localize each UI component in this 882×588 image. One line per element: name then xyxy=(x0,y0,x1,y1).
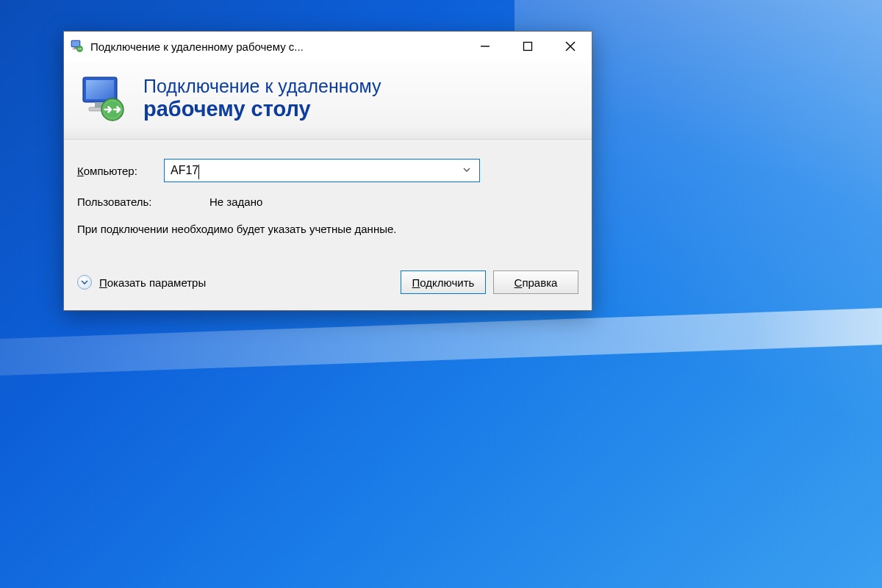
user-value: Не задано xyxy=(209,196,262,208)
computer-label: Компьютер: xyxy=(77,165,164,177)
window-title: Подключение к удаленному рабочему с... xyxy=(90,40,304,53)
minimize-button[interactable] xyxy=(464,32,506,61)
info-text: При подключении необходимо будет указать… xyxy=(77,221,578,237)
svg-rect-1 xyxy=(72,41,79,46)
chevron-down-icon[interactable] xyxy=(460,164,473,177)
banner-line2: рабочему столу xyxy=(143,97,381,121)
svg-point-4 xyxy=(77,46,83,52)
rdp-banner-icon xyxy=(79,73,130,124)
titlebar[interactable]: Подключение к удаленному рабочему с... xyxy=(64,32,592,61)
close-button[interactable] xyxy=(549,32,592,61)
rdp-app-icon xyxy=(70,39,85,54)
svg-rect-6 xyxy=(524,43,532,51)
expand-options-icon[interactable] xyxy=(77,275,92,290)
user-label: Пользователь: xyxy=(77,196,164,208)
computer-combobox[interactable]: AF17 xyxy=(164,159,480,182)
rdp-dialog: Подключение к удаленному рабочему с... xyxy=(63,31,592,311)
help-button[interactable]: Справка xyxy=(493,270,578,294)
dialog-content: Компьютер: AF17 Пользователь: Не задано … xyxy=(64,140,592,260)
dialog-footer: Показать параметры Подключить Справка xyxy=(64,260,592,310)
banner: Подключение к удаленному рабочему столу xyxy=(64,61,592,140)
svg-rect-10 xyxy=(86,80,114,99)
computer-value: AF17 xyxy=(171,164,460,177)
banner-text: Подключение к удаленному рабочему столу xyxy=(143,76,381,121)
banner-line1: Подключение к удаленному xyxy=(143,76,381,97)
show-options-link[interactable]: Показать параметры xyxy=(99,276,206,289)
connect-button[interactable]: Подключить xyxy=(401,270,486,294)
maximize-button[interactable] xyxy=(506,32,549,61)
